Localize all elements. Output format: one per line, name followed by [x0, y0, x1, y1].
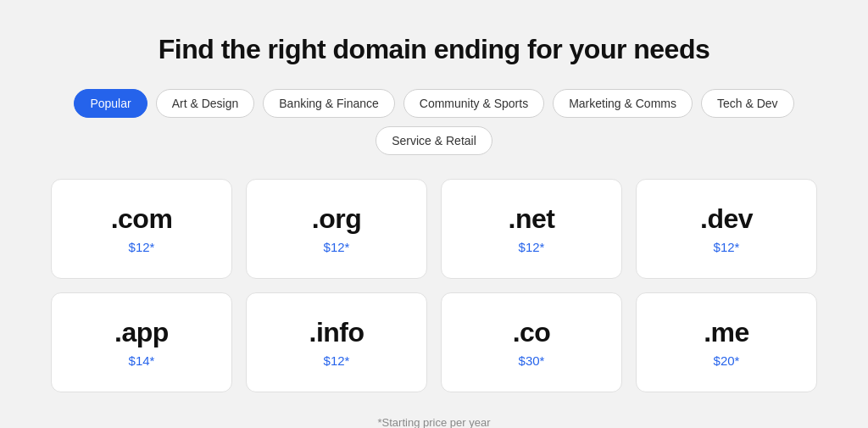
domain-extension: .me	[704, 317, 749, 348]
tab-marketing-comms[interactable]: Marketing & Comms	[553, 89, 693, 118]
domain-card-info[interactable]: .info$12*	[246, 292, 427, 392]
domain-card-co[interactable]: .co$30*	[441, 292, 622, 392]
domain-price: $14*	[129, 353, 155, 368]
domain-extension: .net	[509, 203, 555, 235]
domain-price: $12*	[714, 240, 740, 254]
domain-card-com[interactable]: .com$12*	[51, 179, 232, 279]
domain-card-app[interactable]: .app$14*	[51, 292, 232, 392]
domain-extension: .org	[312, 203, 361, 235]
domain-card-org[interactable]: .org$12*	[246, 179, 427, 279]
domain-extension: .app	[114, 317, 169, 348]
domain-price: $20*	[714, 353, 740, 368]
filter-tabs: PopularArt & DesignBanking & FinanceComm…	[51, 89, 817, 155]
domain-price: $12*	[519, 240, 545, 254]
domain-price: $12*	[324, 353, 350, 368]
tab-tech-dev[interactable]: Tech & Dev	[701, 89, 794, 118]
domain-extension: .com	[111, 203, 173, 235]
domain-card-me[interactable]: .me$20*	[636, 292, 817, 392]
domain-grid: .com$12*.org$12*.net$12*.dev$12*.app$14*…	[51, 179, 817, 392]
domain-price: $12*	[129, 240, 155, 254]
page-title: Find the right domain ending for your ne…	[159, 34, 710, 65]
domain-card-dev[interactable]: .dev$12*	[636, 179, 817, 279]
domain-extension: .dev	[700, 203, 753, 235]
domain-card-net[interactable]: .net$12*	[441, 179, 622, 279]
tab-community-sports[interactable]: Community & Sports	[403, 89, 544, 118]
tab-popular[interactable]: Popular	[74, 89, 147, 118]
tab-banking-finance[interactable]: Banking & Finance	[263, 89, 395, 118]
domain-extension: .co	[513, 317, 551, 348]
tab-service-retail[interactable]: Service & Retail	[376, 126, 492, 155]
tab-art-design[interactable]: Art & Design	[156, 89, 255, 118]
page-container: Find the right domain ending for your ne…	[0, 0, 868, 428]
footnote: *Starting price per year	[378, 416, 491, 428]
domain-extension: .info	[309, 317, 364, 348]
domain-price: $12*	[324, 240, 350, 254]
domain-price: $30*	[519, 353, 545, 368]
